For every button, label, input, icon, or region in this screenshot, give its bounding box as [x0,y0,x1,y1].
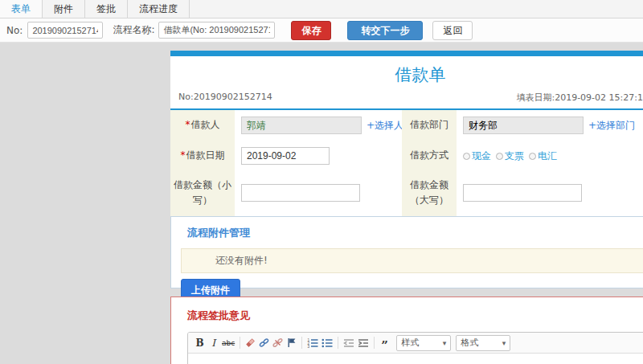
loan-date-label: *借款日期 [170,141,235,171]
no-label: No: [6,25,23,36]
bold-icon[interactable]: B [193,335,207,351]
back-button[interactable]: 返回 [432,21,473,40]
blockquote-icon[interactable]: ” [378,335,391,351]
indent-icon[interactable] [356,335,371,351]
radio-wire-transfer[interactable]: 电汇 [529,149,557,163]
tab-process-progress[interactable]: 流程进度 [128,0,190,18]
form-header-meta: No:20190902152714 填表日期:2019-09-02 15:27:… [170,88,643,110]
numbered-list-icon[interactable]: 123 [305,335,320,351]
borrower-label: *借款人 [170,110,235,141]
content-area: 借款单 No:20190902152714 填表日期:2019-09-02 15… [0,43,643,364]
no-attachment-alert: 还没有附件! [181,248,643,273]
tab-bar: 表单 附件 签批 流程进度 [0,0,643,18]
tab-approval[interactable]: 签批 [85,0,128,18]
required-asterisk: * [181,149,186,161]
process-name-input[interactable] [158,22,275,39]
editor-content-area[interactable] [188,354,643,364]
process-name-label: 流程名称: [113,23,154,37]
loan-date-input[interactable] [241,147,330,165]
rich-text-editor: B I abc 123 [187,332,643,364]
borrower-cell: +选择人员 [235,110,402,141]
amount-small-cell [235,171,402,215]
borrower-input[interactable] [241,117,362,134]
loan-method-radio-group: 现金 支票 电汇 [463,149,557,163]
select-department-link[interactable]: +选择部门 [588,119,635,133]
svg-text:3: 3 [308,344,310,347]
amount-big-cell [457,171,643,215]
outdent-icon[interactable] [342,335,356,351]
forward-next-step-button[interactable]: 转交下一步 [347,21,423,40]
form-date-text: 填表日期:2019-09-02 15:27:1 [516,92,643,104]
remove-format-icon[interactable] [244,335,257,351]
chevron-down-icon: ▾ [502,339,506,347]
loan-method-label: 借款方式 [402,141,457,171]
bulleted-list-icon[interactable] [320,335,334,351]
approval-card: 流程签批意见 B I abc [170,297,643,364]
chevron-down-icon: ▾ [443,339,447,347]
radio-icon[interactable] [496,153,503,160]
strikethrough-icon[interactable]: abc [220,335,236,351]
editor-toolbar: B I abc 123 [188,333,643,354]
toolbar-separator [240,337,240,349]
toolbar: No: 流程名称: 保存 转交下一步 返回 [0,18,643,43]
panel-top-bar [170,51,643,56]
department-input[interactable] [463,117,584,134]
amount-big-input[interactable] [463,184,582,202]
department-label: 借款部门 [402,110,457,141]
radio-check[interactable]: 支票 [496,149,524,163]
tab-form[interactable]: 表单 [0,0,43,18]
loan-method-cell: 现金 支票 电汇 [457,141,643,171]
approval-section-title: 流程签批意见 [187,309,643,323]
attachment-section-title: 流程附件管理 [187,226,643,240]
style-select[interactable]: 样式 ▾ [396,335,451,351]
loan-date-cell [235,141,402,171]
italic-icon[interactable]: I [207,335,220,351]
format-select[interactable]: 格式 ▾ [456,335,510,351]
amount-big-label: 借款金额（大写） [402,171,457,215]
toolbar-separator [374,337,375,349]
amount-small-input[interactable] [241,184,360,202]
toolbar-separator [338,337,338,349]
amount-small-label: 借款金额（小写） [170,171,235,215]
save-button[interactable]: 保存 [291,21,331,40]
radio-icon[interactable] [529,153,536,160]
toolbar-separator [301,337,302,349]
no-input[interactable] [27,22,103,39]
form-title: 借款单 [170,56,643,88]
attachment-card: 流程附件管理 还没有附件! 上传附件 [170,216,643,288]
department-cell: +选择部门 [457,110,643,141]
form-no-text: No:20190902152714 [178,92,272,104]
tab-attachment[interactable]: 附件 [43,0,85,18]
radio-icon[interactable] [463,153,470,160]
required-asterisk: * [186,119,190,130]
radio-cash[interactable]: 现金 [463,149,491,163]
anchor-icon[interactable] [285,335,298,351]
unlink-icon[interactable] [271,335,285,351]
link-icon[interactable] [257,335,271,351]
